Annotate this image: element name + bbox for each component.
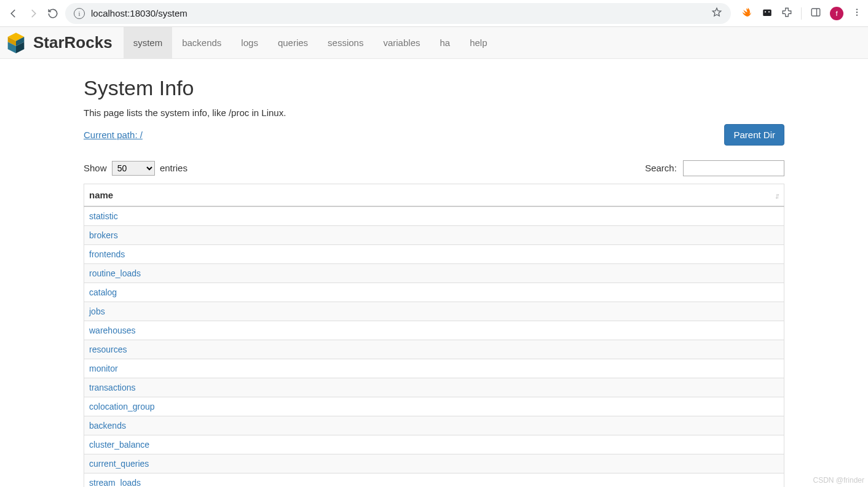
nav-tab-system[interactable]: system — [124, 27, 173, 58]
table-row: resources — [84, 340, 784, 359]
system-table: name ↓↑ statisticbrokersfrontendsroutine… — [84, 184, 784, 487]
table-row: warehouses — [84, 321, 784, 340]
row-link-jobs[interactable]: jobs — [89, 306, 105, 316]
page-container: System Info This page lists the system i… — [84, 59, 784, 487]
back-icon[interactable] — [6, 6, 21, 21]
address-bar[interactable]: i localhost:18030/system — [65, 3, 731, 24]
brand[interactable]: StarRocks — [0, 27, 124, 58]
url-text: localhost:18030/system — [91, 8, 187, 18]
brand-logo-icon — [4, 31, 28, 55]
table-row: backends — [84, 416, 784, 435]
table-row: jobs — [84, 302, 784, 321]
nav-tab-logs[interactable]: logs — [231, 27, 268, 58]
row-link-transactions[interactable]: transactions — [89, 383, 135, 392]
nav-tab-sessions[interactable]: sessions — [318, 27, 373, 58]
side-panel-icon[interactable] — [810, 7, 821, 20]
column-header-name[interactable]: name ↓↑ — [84, 184, 784, 207]
watermark-text: CSDN @frinder — [813, 476, 864, 485]
row-link-stream_loads[interactable]: stream_loads — [89, 478, 141, 487]
table-row: transactions — [84, 378, 784, 397]
nav-tab-help[interactable]: help — [460, 27, 497, 58]
parent-dir-button[interactable]: Parent Dir — [724, 124, 784, 146]
extension-icon[interactable] — [762, 7, 773, 20]
svg-point-7 — [856, 14, 858, 15]
row-link-backends[interactable]: backends — [89, 421, 126, 431]
browser-toolbar: i localhost:18030/system f — [0, 0, 868, 27]
table-row: routine_loads — [84, 264, 784, 283]
svg-point-2 — [768, 11, 770, 12]
bookmark-star-icon[interactable] — [711, 7, 722, 20]
svg-rect-3 — [811, 9, 820, 16]
kebab-menu-icon[interactable] — [852, 7, 862, 19]
row-link-warehouses[interactable]: warehouses — [89, 325, 136, 335]
row-link-resources[interactable]: resources — [89, 345, 127, 354]
row-link-frontends[interactable]: frontends — [89, 249, 125, 259]
table-row: brokers — [84, 226, 784, 245]
table-row: statistic — [84, 206, 784, 226]
page-title: System Info — [84, 76, 784, 100]
svg-rect-0 — [763, 10, 771, 17]
table-row: frontends — [84, 245, 784, 264]
swift-extension-icon[interactable] — [741, 6, 753, 20]
svg-point-6 — [856, 12, 858, 13]
row-link-colocation_group[interactable]: colocation_group — [89, 402, 155, 411]
search-input[interactable] — [683, 160, 784, 176]
table-row: current_queries — [84, 454, 784, 473]
nav-tab-variables[interactable]: variables — [373, 27, 430, 58]
svg-point-1 — [765, 11, 766, 12]
brand-name: StarRocks — [33, 33, 112, 52]
sort-icon: ↓↑ — [775, 190, 778, 200]
table-row: cluster_balance — [84, 435, 784, 454]
svg-point-5 — [856, 9, 858, 10]
table-row: catalog — [84, 283, 784, 302]
table-row: colocation_group — [84, 397, 784, 416]
nav-tab-ha[interactable]: ha — [430, 27, 460, 58]
row-link-current_queries[interactable]: current_queries — [89, 459, 149, 469]
app-navbar: StarRocks systembackendslogsqueriessessi… — [0, 27, 868, 59]
table-row: monitor — [84, 359, 784, 378]
site-info-icon[interactable]: i — [74, 8, 85, 19]
forward-icon — [26, 6, 41, 21]
entries-length-control: Show 50 entries — [84, 161, 187, 176]
extensions-puzzle-icon[interactable] — [781, 7, 792, 20]
current-path-link[interactable]: Current path: / — [84, 130, 143, 140]
search-control: Search: — [645, 160, 784, 176]
row-link-catalog[interactable]: catalog — [89, 287, 117, 297]
nav-tab-queries[interactable]: queries — [268, 27, 318, 58]
row-link-cluster_balance[interactable]: cluster_balance — [89, 440, 149, 450]
row-link-monitor[interactable]: monitor — [89, 364, 118, 373]
row-link-statistic[interactable]: statistic — [89, 211, 118, 221]
entries-select[interactable]: 50 — [112, 161, 155, 176]
page-subtitle: This page lists the system info, like /p… — [84, 107, 784, 118]
profile-avatar[interactable]: f — [830, 7, 843, 20]
table-row: stream_loads — [84, 473, 784, 488]
row-link-brokers[interactable]: brokers — [89, 230, 118, 240]
reload-icon[interactable] — [45, 6, 60, 21]
nav-tab-backends[interactable]: backends — [172, 27, 231, 58]
row-link-routine_loads[interactable]: routine_loads — [89, 268, 141, 278]
toolbar-divider — [801, 7, 802, 20]
